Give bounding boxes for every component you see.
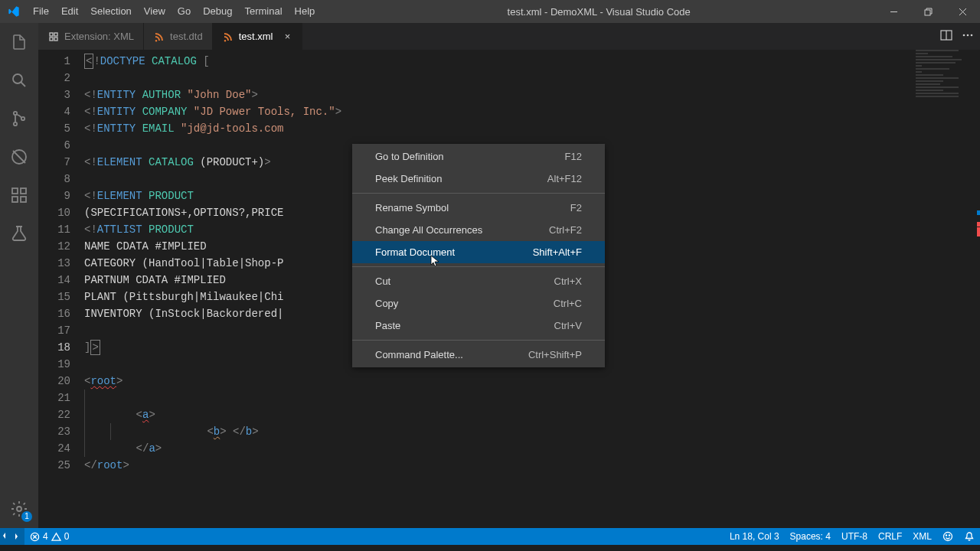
split-editor-icon[interactable] [940,29,952,44]
code-line: <!DOCTYPE CATALOG [ [84,53,980,70]
activity-explorer-icon[interactable] [0,23,38,61]
status-notifications-icon[interactable] [959,528,980,545]
svg-rect-13 [50,37,53,41]
svg-rect-12 [54,33,57,36]
line-number: 7 [38,154,70,171]
line-number: 23 [38,423,70,440]
svg-point-16 [963,34,965,37]
line-number: 8 [38,171,70,187]
minimap[interactable] [916,50,977,103]
menu-go[interactable]: Go [172,0,197,23]
context-menu-item-format-document[interactable]: Format DocumentShift+Alt+F [352,241,605,263]
title-bar: FileEditSelectionViewGoDebugTerminalHelp… [0,0,980,23]
line-number: 17 [38,322,70,339]
tab-actions [940,23,980,50]
extension-icon [47,31,60,43]
tab-test-dtd[interactable]: test.dtd [144,23,213,50]
status-warning-count: 0 [64,531,70,542]
menu-bar: FileEditSelectionViewGoDebugTerminalHelp [27,0,321,23]
line-number: 25 [38,457,70,474]
code-line [84,70,980,86]
line-number: 3 [38,86,70,103]
line-number: 5 [38,120,70,137]
activity-scm-icon[interactable] [0,99,38,138]
menu-edit[interactable]: Edit [55,0,84,23]
context-menu-separator [352,266,605,267]
window-controls [877,0,980,23]
code-line [84,390,980,406]
menu-selection[interactable]: Selection [84,0,137,23]
code-line: <b> </b> [84,423,980,440]
status-eol[interactable]: CRLF [873,528,907,545]
mouse-cursor-icon [430,255,439,269]
context-menu-item-label: Paste [375,320,554,331]
settings-badge: 1 [21,511,32,522]
context-menu-item-shortcut: F12 [565,151,582,162]
menu-view[interactable]: View [138,0,172,23]
context-menu-item-peek-definition[interactable]: Peek DefinitionAlt+F12 [352,168,605,190]
menu-terminal[interactable]: Terminal [238,0,288,23]
editor-group: Extension: XMLtest.dtdtest.xml× 12345678… [38,23,980,528]
code-line: <a> [84,406,980,423]
svg-rect-0 [925,10,930,15]
line-number: 1 [38,53,70,70]
tab-label: Extension: XML [64,31,134,42]
context-menu-item-change-all-occurrences[interactable]: Change All OccurrencesCtrl+F2 [352,219,605,241]
menu-file[interactable]: File [27,0,55,23]
svg-rect-9 [21,188,26,194]
context-menu-item-command-palette[interactable]: Command Palette...Ctrl+Shift+P [352,344,605,366]
svg-rect-11 [50,33,53,36]
xml-file-icon [153,31,165,43]
line-number: 2 [38,70,70,86]
window-restore-icon[interactable] [911,0,946,23]
code-line: <root> [84,373,980,390]
status-cursor-position[interactable]: Ln 18, Col 3 [724,528,785,545]
status-feedback-icon[interactable] [937,528,959,545]
context-menu-item-shortcut: Ctrl+Shift+P [528,349,582,360]
context-menu-item-copy[interactable]: CopyCtrl+C [352,292,605,315]
activity-settings-icon[interactable]: 1 [0,490,38,528]
line-number: 12 [38,238,70,255]
context-menu-item-cut[interactable]: CutCtrl+X [352,270,605,292]
line-number: 10 [38,204,70,221]
line-number: 11 [38,221,70,238]
activity-testing-icon[interactable] [0,214,38,253]
context-menu-item-rename-symbol[interactable]: Rename SymbolF2 [352,197,605,219]
status-encoding[interactable]: UTF-8 [836,528,873,545]
context-menu-item-label: Go to Definition [375,151,565,162]
line-number: 4 [38,103,70,120]
status-language[interactable]: XML [907,528,937,545]
code-line: <!ENTITY EMAIL "jd@jd-tools.com [84,120,980,137]
line-number: 20 [38,373,70,390]
tab-extension-xml[interactable]: Extension: XML [38,23,144,50]
code-line: <!ENTITY AUTHOR "John Doe"> [84,86,980,103]
window-minimize-icon[interactable] [877,0,911,23]
context-menu-item-paste[interactable]: PasteCtrl+V [352,315,605,337]
activity-debug-icon[interactable] [0,138,38,176]
status-indentation[interactable]: Spaces: 4 [785,528,836,545]
menu-debug[interactable]: Debug [197,0,238,23]
context-menu-separator [352,193,605,194]
context-menu-item-shortcut: Ctrl+F2 [549,224,582,236]
status-problems[interactable]: 4 0 [24,528,74,545]
context-menu-item-label: Format Document [375,246,533,258]
tab-test-xml[interactable]: test.xml× [213,23,303,50]
activity-bar: 1 [0,23,38,528]
tab-bar: Extension: XMLtest.dtdtest.xml× [38,23,980,50]
context-menu-item-go-to-definition[interactable]: Go to DefinitionF12 [352,145,605,168]
line-number-gutter: 1234567891011121314151617181920212223242… [38,50,84,528]
activity-extensions-icon[interactable] [0,176,38,214]
window-close-icon[interactable] [946,0,980,23]
status-error-count: 4 [43,531,48,542]
line-number: 18 [38,339,70,356]
more-actions-icon[interactable] [962,29,974,44]
window-title: test.xml - DemoXML - Visual Studio Code [321,6,877,18]
status-remote-icon[interactable] [0,528,24,545]
context-menu-item-label: Copy [375,298,554,309]
menu-help[interactable]: Help [289,0,322,23]
code-line: </a> [84,440,980,457]
activity-search-icon[interactable] [0,61,38,99]
svg-point-22 [949,535,949,536]
context-menu-item-shortcut: Ctrl+C [554,298,582,309]
tab-close-icon[interactable]: × [282,31,292,42]
